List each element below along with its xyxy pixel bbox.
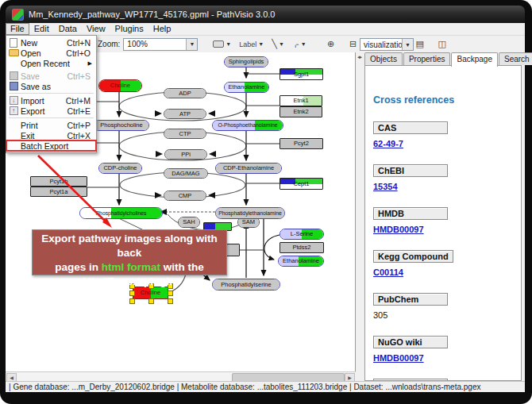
pathway-node-phosphocholine[interactable]: Phosphocholine (94, 120, 149, 131)
crossref-section-nugo-wiki: NuGO wikiHMDB00097 (373, 320, 521, 363)
node-label: Ethanolamine (225, 83, 268, 92)
pathway-node-atp[interactable]: ATP (164, 109, 206, 119)
annotation-callout: Export pathway images along with back pa… (32, 229, 227, 275)
menu-item-label: New (21, 38, 67, 48)
selection-handle[interactable] (148, 298, 154, 304)
pathway-node-pcyt1a[interactable]: Pcyt1a (30, 187, 87, 197)
pathway-node-l-serine[interactable]: L-Serine (279, 229, 324, 240)
crossref-link[interactable]: HMDB00097 (373, 353, 521, 363)
crossref-link[interactable]: 15354 (373, 182, 521, 191)
pathway-node-pcyt1b[interactable]: Pcyt1b (30, 176, 87, 187)
pathway-node-ctp[interactable]: CTP (164, 129, 206, 139)
node-label: Phosphatidylethanolamine (216, 208, 284, 218)
menu-item-label: Print (21, 121, 67, 130)
tab-backpage[interactable]: Backpage (451, 52, 497, 67)
menu-item-label: Open Recent (21, 59, 88, 68)
connector-tool-button[interactable]: ⌌▼ (289, 37, 310, 52)
menu-item-shortcut: Ctrl+O (66, 48, 96, 58)
node-label: Choline (99, 80, 141, 91)
pathway-node-pcyt2[interactable]: Pcyt2 (279, 138, 323, 149)
align-tool-icon[interactable]: ⊕ (321, 37, 341, 52)
visualization-combobox[interactable]: visualization ▼ (360, 38, 414, 51)
menubar-item-file[interactable]: File (6, 23, 29, 35)
pathway-node-dag-mag[interactable]: DAG/MAG (164, 168, 208, 179)
gene-datanode-button[interactable]: ▼ (210, 37, 234, 52)
file-menu-item-exit[interactable]: ExitCtrl+X (6, 130, 96, 140)
file-menu-item-new[interactable]: NewCtrl+N (6, 37, 96, 48)
selection-handle[interactable] (129, 298, 135, 304)
pathway-node-ethanolamine-top[interactable]: Ethanolamine (224, 82, 269, 93)
file-menu-item-save-as[interactable]: Save as (6, 81, 96, 91)
crossref-link[interactable]: HMDB00097 (373, 225, 521, 234)
title-bar[interactable]: Mm_Kennedy_pathway_WP1771_45176.gpml - P… (6, 6, 525, 23)
file-menu-item-export[interactable]: ↑ExportCtrl+E (6, 106, 96, 116)
crossref-link[interactable]: C00114 (373, 267, 521, 277)
selection-handle[interactable] (168, 298, 173, 304)
tab-search[interactable]: Search (499, 52, 532, 65)
pathway-node-etnk2[interactable]: Etnk2 (279, 106, 322, 117)
panel-tabs: ObjectsPropertiesBackpageSearchLegend (364, 52, 532, 65)
chevron-down-icon[interactable]: ▼ (402, 39, 413, 50)
menubar-item-help[interactable]: Help (148, 24, 176, 34)
line-icon: ╲ (272, 39, 277, 49)
line-tool-button[interactable]: ╲▼ (268, 37, 287, 52)
menu-item-shortcut: Ctrl+E (67, 106, 96, 116)
tab-properties[interactable]: Properties (403, 52, 451, 65)
pathway-node-cept1[interactable]: Cept1 (279, 178, 323, 190)
side-panel: ObjectsPropertiesBackpageSearchLegend Cr… (364, 52, 525, 381)
pathway-node-phosphatidylethanolamine[interactable]: Phosphatidylethanolamine (215, 207, 285, 219)
pathway-node-cdp-ethanolamine[interactable]: CDP-Ethanolamine (215, 163, 282, 174)
panel-splitter[interactable]: ◂▸ (356, 52, 364, 381)
file-menu-item-open[interactable]: OpenCtrl+O (6, 48, 96, 58)
node-label: Phosphocholine (94, 121, 148, 130)
annotation-line3: HtmlExport plugin (33, 275, 226, 289)
node-label: Sphingolipids (225, 57, 268, 67)
open-folder-icon (6, 49, 21, 56)
file-menu-item-open-recent[interactable]: Open Recent▶ (6, 58, 96, 68)
pathway-node-sgpl1[interactable]: Sgpl1 (279, 68, 323, 80)
pathway-node-cmp[interactable]: CMP (164, 190, 206, 201)
label-tool-button[interactable]: Label▼ (236, 37, 267, 52)
chevron-down-icon[interactable]: ▼ (186, 39, 197, 50)
menubar-item-data[interactable]: Data (54, 24, 82, 34)
pathway-node-ptdss2[interactable]: Ptdss2 (279, 242, 324, 253)
pathway-node-sah[interactable]: SAH (178, 217, 200, 228)
pathway-node-cdp-choline[interactable]: CDP-choline (98, 163, 142, 174)
file-menu-item-import[interactable]: ↓ImportCtrl+M (6, 95, 96, 106)
crossref-source-header: HMDB (373, 207, 448, 220)
node-label: CDP-choline (99, 164, 141, 173)
menu-item-shortcut: Ctrl+N (67, 38, 96, 48)
crossref-value: 305 (373, 310, 521, 320)
zoom-label: Zoom: (98, 40, 120, 48)
node-label: Choline (133, 287, 168, 298)
pathway-node-gene-hidden[interactable] (226, 244, 240, 256)
menubar-item-edit[interactable]: Edit (29, 24, 54, 34)
pathway-node-o-phosphoethanolamine[interactable]: O-Phosphoethanolamine (212, 120, 283, 131)
selection-handle[interactable] (168, 290, 173, 296)
app-icon (12, 9, 24, 21)
menu-item-label: Save as (21, 82, 96, 91)
pathway-node-ppi[interactable]: PPi (164, 149, 207, 160)
pathway-node-choline-top[interactable]: Choline (98, 79, 142, 92)
pathway-node-sphingolipids[interactable]: Sphingolipids (224, 56, 268, 67)
tab-objects[interactable]: Objects (364, 52, 403, 65)
menu-item-shortcut: Ctrl+S (67, 71, 96, 81)
file-menu-item-batch-export[interactable]: Batch Export (6, 140, 96, 151)
backpage-panel[interactable]: Cross references CAS62-49-7ChEBI15354HMD… (364, 65, 522, 381)
menubar-item-view[interactable]: View (82, 24, 110, 34)
crossref-link[interactable]: 62-49-7 (373, 139, 521, 148)
pathway-node-adp[interactable]: ADP (164, 88, 206, 98)
align-tool-icon[interactable]: ◫ (432, 37, 453, 52)
file-menu-item-print[interactable]: PrintCtrl+P (6, 120, 96, 130)
menubar-item-plugins[interactable]: Plugins (110, 24, 148, 34)
window-title: Mm_Kennedy_pathway_WP1771_45176.gpml - P… (29, 10, 275, 19)
selection-handle[interactable] (129, 290, 135, 296)
node-label: Pcyt1b (31, 177, 87, 186)
pathway-node-ethanolamine-bottom[interactable]: Ethanolamine (278, 256, 324, 267)
pathway-node-phosphatidylcholines[interactable]: Phosphatidylcholines (79, 207, 163, 219)
zoom-combobox[interactable]: 100% ▼ (123, 38, 198, 51)
file-menu-item-save[interactable]: SaveCtrl+S (6, 71, 96, 81)
node-label: Etnk2 (280, 107, 322, 117)
pathway-node-etnk1[interactable]: Etnk1 (279, 95, 322, 106)
node-label: Phosphatidylcholines (80, 208, 162, 218)
